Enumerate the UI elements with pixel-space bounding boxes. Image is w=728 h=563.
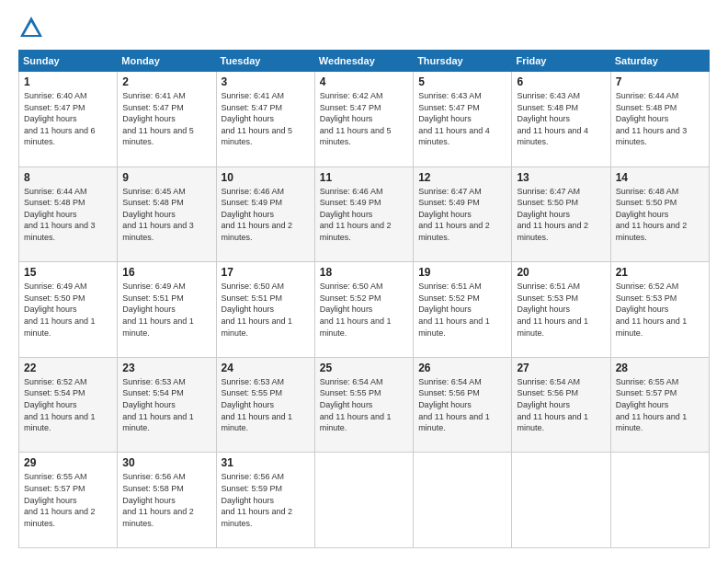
day-detail: Sunrise: 6:51 AMSunset: 5:53 PMDaylight … [517, 281, 605, 339]
day-detail: Sunrise: 6:54 AMSunset: 5:56 PMDaylight … [418, 376, 506, 434]
calendar-cell: 21 Sunrise: 6:52 AMSunset: 5:53 PMDaylig… [610, 262, 709, 358]
calendar-cell: 26 Sunrise: 6:54 AMSunset: 5:56 PMDaylig… [414, 357, 512, 453]
calendar-cell: 24 Sunrise: 6:53 AMSunset: 5:55 PMDaylig… [216, 357, 314, 453]
calendar-cell: 20 Sunrise: 6:51 AMSunset: 5:53 PMDaylig… [512, 262, 610, 358]
day-detail: Sunrise: 6:54 AMSunset: 5:56 PMDaylight … [517, 376, 605, 434]
calendar-cell: 10 Sunrise: 6:46 AMSunset: 5:49 PMDaylig… [216, 167, 314, 262]
day-number: 3 [222, 75, 310, 88]
day-number: 28 [616, 362, 704, 374]
day-number: 7 [616, 75, 704, 88]
day-number: 25 [320, 362, 408, 374]
day-detail: Sunrise: 6:43 AMSunset: 5:48 PMDaylight … [517, 90, 605, 148]
day-detail: Sunrise: 6:46 AMSunset: 5:49 PMDaylight … [222, 186, 310, 244]
day-number: 29 [24, 456, 112, 469]
day-number: 14 [616, 171, 704, 184]
weekday-header-wednesday: Wednesday [314, 51, 413, 72]
calendar-cell: 25 Sunrise: 6:54 AMSunset: 5:55 PMDaylig… [314, 357, 413, 453]
logo [18, 15, 50, 40]
day-detail: Sunrise: 6:41 AMSunset: 5:47 PMDaylight … [122, 90, 210, 148]
day-number: 9 [122, 171, 210, 184]
day-detail: Sunrise: 6:56 AMSunset: 5:59 PMDaylight … [222, 471, 310, 529]
day-detail: Sunrise: 6:53 AMSunset: 5:54 PMDaylight … [122, 376, 210, 434]
week-row-4: 22 Sunrise: 6:52 AMSunset: 5:54 PMDaylig… [19, 357, 710, 453]
day-number: 31 [222, 456, 310, 469]
day-number: 24 [222, 362, 310, 374]
day-number: 22 [24, 362, 112, 374]
calendar-cell: 11 Sunrise: 6:46 AMSunset: 5:49 PMDaylig… [314, 167, 413, 262]
day-detail: Sunrise: 6:50 AMSunset: 5:51 PMDaylight … [222, 281, 310, 339]
calendar-cell: 14 Sunrise: 6:48 AMSunset: 5:50 PMDaylig… [610, 167, 709, 262]
calendar-cell: 12 Sunrise: 6:47 AMSunset: 5:49 PMDaylig… [414, 167, 512, 262]
calendar-cell: 30 Sunrise: 6:56 AMSunset: 5:58 PMDaylig… [118, 453, 216, 548]
week-row-3: 15 Sunrise: 6:49 AMSunset: 5:50 PMDaylig… [19, 262, 710, 358]
calendar: SundayMondayTuesdayWednesdayThursdayFrid… [18, 50, 710, 548]
calendar-cell: 28 Sunrise: 6:55 AMSunset: 5:57 PMDaylig… [610, 357, 709, 453]
calendar-cell: 19 Sunrise: 6:51 AMSunset: 5:52 PMDaylig… [414, 262, 512, 358]
calendar-cell [414, 453, 512, 548]
day-number: 20 [517, 266, 605, 279]
week-row-5: 29 Sunrise: 6:55 AMSunset: 5:57 PMDaylig… [19, 453, 710, 548]
calendar-cell: 15 Sunrise: 6:49 AMSunset: 5:50 PMDaylig… [19, 262, 118, 358]
logo-icon [18, 15, 44, 40]
weekday-header-row: SundayMondayTuesdayWednesdayThursdayFrid… [19, 51, 710, 72]
day-detail: Sunrise: 6:47 AMSunset: 5:50 PMDaylight … [517, 186, 605, 244]
day-detail: Sunrise: 6:46 AMSunset: 5:49 PMDaylight … [320, 186, 408, 244]
day-detail: Sunrise: 6:53 AMSunset: 5:55 PMDaylight … [222, 376, 310, 434]
day-detail: Sunrise: 6:49 AMSunset: 5:51 PMDaylight … [122, 281, 210, 339]
calendar-cell: 17 Sunrise: 6:50 AMSunset: 5:51 PMDaylig… [216, 262, 314, 358]
week-row-1: 1 Sunrise: 6:40 AMSunset: 5:47 PMDayligh… [19, 72, 710, 167]
day-detail: Sunrise: 6:47 AMSunset: 5:49 PMDaylight … [418, 186, 506, 244]
calendar-cell: 13 Sunrise: 6:47 AMSunset: 5:50 PMDaylig… [512, 167, 610, 262]
calendar-cell: 5 Sunrise: 6:43 AMSunset: 5:47 PMDayligh… [414, 72, 512, 167]
calendar-cell: 31 Sunrise: 6:56 AMSunset: 5:59 PMDaylig… [216, 453, 314, 548]
calendar-cell: 9 Sunrise: 6:45 AMSunset: 5:48 PMDayligh… [118, 167, 216, 262]
day-detail: Sunrise: 6:54 AMSunset: 5:55 PMDaylight … [320, 376, 408, 434]
calendar-cell [314, 453, 413, 548]
calendar-cell: 8 Sunrise: 6:44 AMSunset: 5:48 PMDayligh… [19, 167, 118, 262]
page: SundayMondayTuesdayWednesdayThursdayFrid… [0, 0, 728, 563]
day-number: 30 [122, 456, 210, 469]
day-detail: Sunrise: 6:51 AMSunset: 5:52 PMDaylight … [418, 281, 506, 339]
calendar-cell: 29 Sunrise: 6:55 AMSunset: 5:57 PMDaylig… [19, 453, 118, 548]
day-number: 12 [418, 171, 506, 184]
day-number: 4 [320, 75, 408, 88]
day-detail: Sunrise: 6:43 AMSunset: 5:47 PMDaylight … [418, 90, 506, 148]
day-number: 2 [122, 75, 210, 88]
weekday-header-friday: Friday [512, 51, 610, 72]
header [18, 15, 710, 40]
weekday-header-sunday: Sunday [19, 51, 118, 72]
calendar-cell: 3 Sunrise: 6:41 AMSunset: 5:47 PMDayligh… [216, 72, 314, 167]
day-number: 8 [24, 171, 112, 184]
calendar-cell: 4 Sunrise: 6:42 AMSunset: 5:47 PMDayligh… [314, 72, 413, 167]
day-detail: Sunrise: 6:40 AMSunset: 5:47 PMDaylight … [24, 90, 112, 148]
day-number: 26 [418, 362, 506, 374]
calendar-cell: 27 Sunrise: 6:54 AMSunset: 5:56 PMDaylig… [512, 357, 610, 453]
day-number: 16 [122, 266, 210, 279]
weekday-header-monday: Monday [118, 51, 216, 72]
day-detail: Sunrise: 6:52 AMSunset: 5:54 PMDaylight … [24, 376, 112, 434]
weekday-header-thursday: Thursday [414, 51, 512, 72]
calendar-cell: 7 Sunrise: 6:44 AMSunset: 5:48 PMDayligh… [610, 72, 709, 167]
calendar-cell: 16 Sunrise: 6:49 AMSunset: 5:51 PMDaylig… [118, 262, 216, 358]
day-detail: Sunrise: 6:41 AMSunset: 5:47 PMDaylight … [222, 90, 310, 148]
calendar-cell: 23 Sunrise: 6:53 AMSunset: 5:54 PMDaylig… [118, 357, 216, 453]
day-number: 13 [517, 171, 605, 184]
day-number: 18 [320, 266, 408, 279]
day-number: 11 [320, 171, 408, 184]
calendar-cell: 22 Sunrise: 6:52 AMSunset: 5:54 PMDaylig… [19, 357, 118, 453]
week-row-2: 8 Sunrise: 6:44 AMSunset: 5:48 PMDayligh… [19, 167, 710, 262]
weekday-header-saturday: Saturday [610, 51, 709, 72]
day-number: 1 [24, 75, 112, 88]
day-detail: Sunrise: 6:48 AMSunset: 5:50 PMDaylight … [616, 186, 704, 244]
day-detail: Sunrise: 6:55 AMSunset: 5:57 PMDaylight … [24, 471, 112, 529]
day-number: 6 [517, 75, 605, 88]
calendar-cell [512, 453, 610, 548]
day-detail: Sunrise: 6:56 AMSunset: 5:58 PMDaylight … [122, 471, 210, 529]
day-number: 27 [517, 362, 605, 374]
day-detail: Sunrise: 6:44 AMSunset: 5:48 PMDaylight … [24, 186, 112, 244]
day-detail: Sunrise: 6:52 AMSunset: 5:53 PMDaylight … [616, 281, 704, 339]
day-detail: Sunrise: 6:42 AMSunset: 5:47 PMDaylight … [320, 90, 408, 148]
day-number: 19 [418, 266, 506, 279]
day-detail: Sunrise: 6:50 AMSunset: 5:52 PMDaylight … [320, 281, 408, 339]
day-detail: Sunrise: 6:44 AMSunset: 5:48 PMDaylight … [616, 90, 704, 148]
